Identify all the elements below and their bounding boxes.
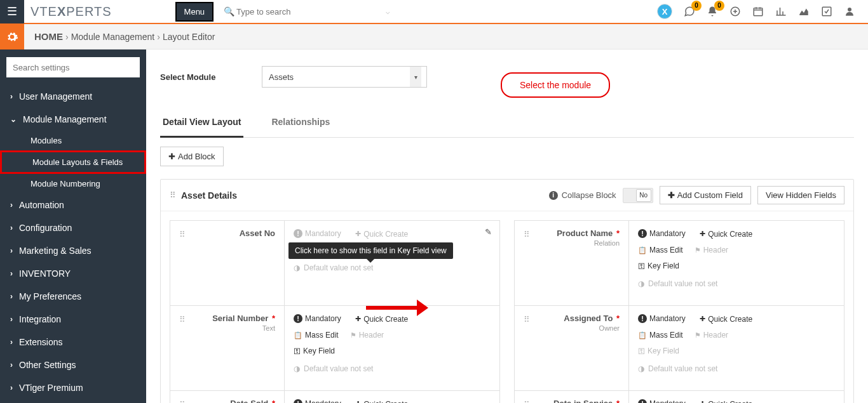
user-icon[interactable] [844,6,855,18]
logo-prefix: VTE [31,4,57,18]
sidebar-item-marketing-sales[interactable]: ›Marketing & Sales [0,239,146,262]
tab-detail-view[interactable]: Detail View Layout [160,110,243,138]
key-field-option[interactable]: ⚿ Key Field [638,347,679,355]
company-avatar[interactable]: X [657,4,672,19]
bar-chart-icon[interactable] [775,6,787,18]
sidebar-item-module-management[interactable]: ⌄Module Management [0,108,146,131]
gear-icon[interactable] [0,24,24,50]
field-name: Serial Number * [192,314,275,323]
sidebar-item-other-settings[interactable]: ›Other Settings [0,353,146,376]
bell-icon[interactable]: 0 [707,6,718,18]
drag-handle-icon[interactable]: ⠿ [179,400,186,403]
module-select[interactable]: Assets ▾ [262,66,427,88]
sidebar-item-inventory[interactable]: ›INVENTORY [0,262,146,285]
plus-icon: ✚ [355,315,361,323]
breadcrumb-lvl1[interactable]: Module Management [71,32,155,42]
sidebar-item-automation[interactable]: ›Automation [0,194,146,216]
plus-circle-icon[interactable] [729,6,741,18]
chevron-down-icon: ⌄ [10,115,17,124]
flag-icon: ⚑ [695,331,701,340]
field-options: ! Mandatory ✚ Quick Create 📋 Mass Edit⚑ … [629,221,844,305]
sidebar-item-extensions[interactable]: ›Extensions [0,331,146,353]
circle-icon: ◑ [638,364,644,373]
area-chart-icon[interactable] [798,6,810,18]
mandatory-option[interactable]: ! Mandatory [294,229,341,238]
main-content: Select the module Select Module Assets ▾… [146,50,868,403]
field-name: Date in Service * [536,399,620,403]
tab-relationships[interactable]: Relationships [269,110,332,137]
sidebar-item-integration[interactable]: ›Integration [0,308,146,331]
hamburger-icon[interactable]: ☰ [0,0,24,23]
drag-handle-icon[interactable]: ⠿ [179,315,186,324]
drag-handle-icon[interactable]: ⠿ [524,400,530,403]
default-value: ◑ Default value not set [638,364,835,373]
view-hidden-fields-button[interactable]: View Hidden Fields [757,186,844,204]
drag-handle-icon[interactable]: ⠿ [170,190,176,200]
settings-search-input[interactable] [6,57,140,77]
plus-icon: ✚ [700,230,705,238]
mandatory-option[interactable]: ! Mandatory [638,314,686,323]
plus-icon: ✚ [700,315,705,323]
mandatory-option[interactable]: ! Mandatory [294,314,341,323]
chat-icon[interactable]: 0 [684,6,695,18]
quick-create-option[interactable]: ✚ Quick Create [700,400,752,404]
header-option[interactable]: ⚑ Header [695,246,728,254]
drag-handle-icon[interactable]: ⠿ [524,230,530,239]
add-block-button[interactable]: ✚ Add Block [160,147,224,166]
sidebar-item-vtiger-premium[interactable]: ›VTiger Premium [0,376,146,399]
header-option[interactable]: ⚑ Header [695,331,728,340]
field-label-cell: ⠿ Serial Number * Text [170,306,285,390]
mass-edit-option[interactable]: 📋 Mass Edit [638,246,683,254]
bell-badge: 0 [714,1,724,11]
collapse-block-label: i Collapse Block [549,190,616,200]
quick-create-option[interactable]: ✚ Quick Create [700,315,752,324]
key-field-option[interactable]: ⚿ Key Field [294,347,335,355]
sidebar-item-configuration[interactable]: ›Configuration [0,216,146,239]
top-right-icons: X 0 0 [657,4,855,19]
quick-create-option[interactable]: ✚ Quick Create [700,230,752,239]
module-select-value: Assets [269,72,294,82]
collapse-toggle[interactable]: No [623,188,653,203]
sidebar-sub-modules[interactable]: Modules [0,131,146,150]
sidebar-sub-layouts-fields[interactable]: Module Layouts & Fields [0,150,146,174]
block-header: ⠿ Asset Details i Collapse Block No ✚Add… [161,180,853,211]
field-type: Relation [536,239,620,247]
field-column-right: ⠿ Product Name * Relation ! Mandatory ✚ … [514,220,844,403]
tooltip: Click here to show this field in Key Fie… [288,242,453,259]
quick-create-option[interactable]: ✚ Quick Create [355,315,408,324]
sidebar-sub-numbering[interactable]: Module Numbering [0,174,146,194]
field-column-left: ⠿ Asset No ✎ ! Mandatory ✚ Quick Create … [170,220,500,403]
drag-handle-icon[interactable]: ⠿ [179,230,186,239]
mandatory-option[interactable]: ! Mandatory [638,399,686,403]
field-options: ! Mandatory ✚ Quick Create 📋 Mass Edit⚑ … [629,306,844,390]
menu-button[interactable]: Menu [175,2,214,22]
header-option[interactable]: ⚑ Header [350,331,384,340]
block-title: Asset Details [181,190,237,201]
field-label-cell: ⠿ Date Sold * Date [170,391,285,403]
search-input[interactable] [219,2,397,21]
mandatory-option[interactable]: ! Mandatory [638,229,686,238]
mandatory-option[interactable]: ! Mandatory [294,399,341,403]
circle-icon: ◑ [294,364,300,373]
field-name: Asset No [192,228,275,238]
settings-sidebar: ›User Management ⌄Module Management Modu… [0,50,146,403]
breadcrumb-home[interactable]: HOME [34,31,63,42]
add-custom-field-button[interactable]: ✚Add Custom Field [660,186,751,204]
block-actions: i Collapse Block No ✚Add Custom Field Vi… [549,186,844,204]
field-row: ⠿ Product Name * Relation ! Mandatory ✚ … [515,221,844,306]
check-box-icon[interactable] [821,6,832,18]
key-field-option[interactable]: ⚿ Key Field [638,261,679,270]
drag-handle-icon[interactable]: ⠿ [524,315,530,324]
mass-edit-option[interactable]: 📋 Mass Edit [638,331,683,340]
field-row: ⠿ Date in Service * Date ! Mandatory ✚ Q… [515,391,844,403]
search-dropdown-icon[interactable]: ⌵ [386,8,390,16]
quick-create-option[interactable]: ✚ Quick Create [355,230,408,239]
quick-create-option[interactable]: ✚ Quick Create [355,400,408,404]
calendar-icon[interactable] [752,6,764,18]
mass-edit-option[interactable]: 📋 Mass Edit [294,331,339,340]
field-type: Text [192,324,275,332]
sidebar-item-user-management[interactable]: ›User Management [0,85,146,108]
info-icon: ! [294,314,302,323]
chevron-right-icon: › [10,223,13,232]
sidebar-item-my-preferences[interactable]: ›My Preferences [0,285,146,308]
